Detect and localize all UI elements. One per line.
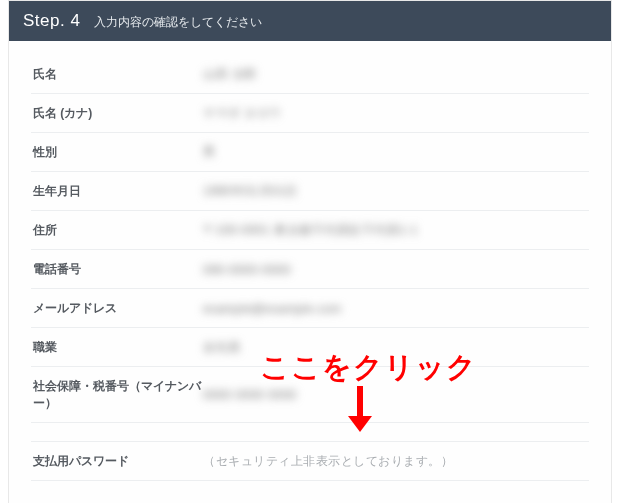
value-occupation: 会社員 <box>203 339 589 356</box>
value-name-kana: ヤマダ タロウ <box>203 105 589 122</box>
value-phone: 090-0000-0000 <box>203 263 589 277</box>
label-mynumber: 社会保障・税番号（マイナンバー） <box>31 378 203 412</box>
label-gender: 性別 <box>31 144 203 161</box>
value-address: 〒100-0001 東京都千代田区千代田1-1 <box>203 222 589 239</box>
row-gender: 性別 男 <box>31 133 589 172</box>
row-email: メールアドレス example@example.com <box>31 289 589 328</box>
row-occupation: 職業 会社員 <box>31 328 589 367</box>
row-name-kana: 氏名 (カナ) ヤマダ タロウ <box>31 94 589 133</box>
value-name: 山田 太郎 <box>203 66 589 83</box>
label-password: 支払用パスワード <box>31 453 203 470</box>
label-email: メールアドレス <box>31 300 203 317</box>
label-birth: 生年月日 <box>31 183 203 200</box>
row-mynumber: 社会保障・税番号（マイナンバー） 0000 0000 0000 <box>31 367 589 423</box>
value-birth: 1990年01月01日 <box>203 183 589 200</box>
row-address: 住所 〒100-0001 東京都千代田区千代田1-1 <box>31 211 589 250</box>
value-gender: 男 <box>203 144 589 161</box>
row-birth: 生年月日 1990年01月01日 <box>31 172 589 211</box>
step-description: 入力内容の確認をしてください <box>94 14 262 31</box>
label-name: 氏名 <box>31 66 203 83</box>
value-email: example@example.com <box>203 302 589 316</box>
section-spacer <box>31 423 589 441</box>
row-name: 氏名 山田 太郎 <box>31 55 589 94</box>
step-header: Step. 4 入力内容の確認をしてください <box>9 1 611 41</box>
row-phone: 電話番号 090-0000-0000 <box>31 250 589 289</box>
label-name-kana: 氏名 (カナ) <box>31 105 203 122</box>
step-number: Step. 4 <box>23 11 80 31</box>
label-phone: 電話番号 <box>31 261 203 278</box>
value-password: （セキュリティ上非表示としております。） <box>203 454 589 469</box>
label-occupation: 職業 <box>31 339 203 356</box>
label-address: 住所 <box>31 222 203 239</box>
confirmation-content: 氏名 山田 太郎 氏名 (カナ) ヤマダ タロウ 性別 男 生年月日 1990年… <box>9 41 611 503</box>
value-mynumber: 0000 0000 0000 <box>203 388 589 402</box>
confirmation-panel: Step. 4 入力内容の確認をしてください 氏名 山田 太郎 氏名 (カナ) … <box>8 0 612 503</box>
row-password: 支払用パスワード （セキュリティ上非表示としております。） <box>31 441 589 481</box>
